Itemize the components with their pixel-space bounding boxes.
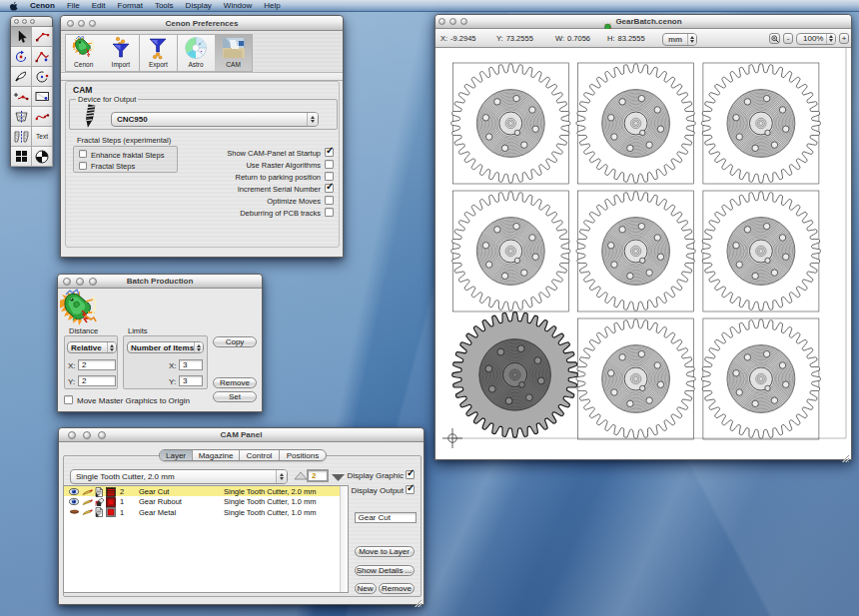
- arc-tool[interactable]: [32, 67, 53, 87]
- layer-row-gear-metal[interactable]: 1Gear MetalSingle Tooth Cutter, 1.0 mm: [64, 507, 348, 517]
- menu-app-cenon[interactable]: Cenon: [30, 1, 55, 10]
- close-icon[interactable]: [438, 18, 445, 25]
- zoom-icon[interactable]: [460, 18, 467, 25]
- prefs-option-checkbox-5[interactable]: [325, 208, 334, 217]
- line-tool[interactable]: [32, 27, 53, 47]
- layer-row-gear-cut[interactable]: 2Gear CutSingle Tooth Cutter, 2.0 mm: [64, 486, 348, 496]
- web-tool[interactable]: [11, 107, 32, 127]
- fractal-checkbox-1[interactable]: [79, 162, 87, 170]
- document-titlebar[interactable]: GearBatch.cenon: [435, 15, 851, 29]
- cam-panel-title: CAM Panel: [221, 430, 263, 439]
- prefs-toolbar-cam-button[interactable]: CAM: [215, 34, 253, 72]
- remove-layer-button[interactable]: Remove: [379, 583, 415, 594]
- tab-control[interactable]: Control: [239, 450, 279, 460]
- prefs-option-checkbox-1[interactable]: [325, 160, 334, 169]
- minimize-icon[interactable]: [78, 20, 85, 27]
- menu-item-edit[interactable]: Edit: [92, 1, 106, 10]
- apple-icon[interactable]: [9, 1, 18, 10]
- zoom-in-button[interactable]: +: [839, 33, 849, 44]
- zoom-tool-button[interactable]: [769, 33, 780, 44]
- cam-panel-titlebar[interactable]: CAM Panel: [59, 428, 424, 442]
- prefs-option-checkbox-3[interactable]: [325, 184, 334, 193]
- tool-palette-titlebar[interactable]: [11, 17, 52, 27]
- resize-grip-icon[interactable]: [841, 449, 850, 458]
- batch-titlebar[interactable]: Batch Production: [58, 275, 262, 289]
- knife-tool[interactable]: [11, 67, 32, 87]
- menu-item-file[interactable]: File: [67, 1, 80, 10]
- layer-list-scrollbar[interactable]: [340, 486, 348, 592]
- text-tool[interactable]: Text: [32, 127, 53, 147]
- minimize-icon[interactable]: [83, 431, 91, 439]
- unit-popup[interactable]: mm: [662, 33, 697, 46]
- menu-item-display[interactable]: Display: [186, 1, 212, 10]
- level-field[interactable]: 2: [307, 469, 329, 482]
- eye-closed-icon[interactable]: [69, 507, 80, 518]
- palette-minimize-icon[interactable]: [22, 19, 27, 24]
- curve-tool[interactable]: [32, 107, 53, 127]
- fractal-checkbox-0[interactable]: [79, 150, 87, 158]
- page-icon[interactable]: [95, 507, 103, 519]
- rectangle-tool[interactable]: [32, 87, 53, 107]
- prefs-option-checkbox-4[interactable]: [325, 196, 334, 205]
- move-to-layer-button[interactable]: Move to Layer: [355, 546, 415, 557]
- sinking-tool[interactable]: [11, 127, 32, 147]
- display-graphic-checkbox[interactable]: [406, 470, 415, 479]
- resize-grip-icon[interactable]: [414, 594, 423, 603]
- set-button[interactable]: Set: [213, 391, 257, 402]
- tool-popup[interactable]: Single Tooth Cutter, 2.0 mm: [70, 469, 288, 484]
- brush-icon[interactable]: [82, 507, 93, 518]
- layer-row-gear-rubout[interactable]: 1Gear RuboutSingle Tooth Cutter, 1.0 mm: [64, 496, 348, 506]
- level-up-icon[interactable]: [294, 471, 308, 480]
- prefs-toolbar-astro-button[interactable]: Astro: [178, 34, 216, 72]
- minimize-icon[interactable]: [76, 278, 84, 286]
- preferences-titlebar[interactable]: Cenon Preferences: [61, 16, 343, 31]
- zoom-popup[interactable]: 100%: [796, 33, 836, 46]
- palette-zoom-icon[interactable]: [30, 19, 35, 24]
- distance-mode-popup[interactable]: Relative: [67, 341, 117, 353]
- rotate-tool[interactable]: [11, 47, 32, 67]
- zoom-icon[interactable]: [98, 431, 106, 439]
- target-tool[interactable]: [32, 147, 53, 167]
- show-details-button[interactable]: Show Details ...: [355, 565, 415, 576]
- limits-y-field[interactable]: 3: [179, 375, 203, 387]
- prefs-toolbar-export-button[interactable]: Export: [140, 34, 178, 72]
- zoom-out-button[interactable]: -: [783, 33, 793, 44]
- limits-mode-popup[interactable]: Number of Items: [127, 341, 204, 353]
- menu-item-tools[interactable]: Tools: [155, 1, 174, 10]
- menu-item-format[interactable]: Format: [118, 1, 143, 10]
- zoom-icon[interactable]: [89, 20, 96, 27]
- prefs-toolbar-import-button[interactable]: Import: [102, 34, 140, 72]
- prefs-option-checkbox-0[interactable]: [325, 148, 334, 157]
- polyline-tool[interactable]: [32, 47, 53, 67]
- palette-close-icon[interactable]: [14, 19, 19, 24]
- mark-tool[interactable]: [11, 87, 32, 107]
- level-down-icon[interactable]: [331, 473, 346, 482]
- distance-y-field[interactable]: 2: [78, 375, 116, 387]
- minimize-icon[interactable]: [449, 18, 456, 25]
- prefs-option-checkbox-2[interactable]: [325, 172, 334, 181]
- distance-x-field[interactable]: 2: [78, 359, 116, 371]
- copy-button[interactable]: Copy: [213, 336, 257, 347]
- tab-magazine[interactable]: Magazine: [192, 450, 239, 460]
- tab-layer[interactable]: Layer: [160, 450, 192, 460]
- image-tool[interactable]: [11, 147, 32, 167]
- close-icon[interactable]: [68, 431, 76, 439]
- menu-item-window[interactable]: Window: [224, 1, 252, 10]
- zoom-icon[interactable]: [89, 278, 97, 286]
- limits-x-field[interactable]: 3: [179, 359, 203, 371]
- layer-name-field[interactable]: Gear Cut: [355, 512, 417, 523]
- display-output-checkbox[interactable]: [406, 485, 415, 494]
- new-button[interactable]: New: [355, 583, 377, 594]
- device-popup[interactable]: CNC950: [111, 112, 319, 127]
- menu-item-help[interactable]: Help: [264, 1, 280, 10]
- close-icon[interactable]: [67, 20, 74, 27]
- tab-positions[interactable]: Positions: [279, 450, 326, 460]
- unit-popup-stepper-icon: [687, 34, 696, 45]
- close-icon[interactable]: [63, 278, 71, 286]
- document-canvas[interactable]: [435, 48, 851, 455]
- select-arrow-tool[interactable]: [11, 27, 32, 47]
- remove-button[interactable]: Remove: [213, 377, 257, 388]
- move-master-checkbox[interactable]: [64, 395, 73, 404]
- prefs-toolbar-cenon-button[interactable]: Cenon: [65, 34, 103, 72]
- chip-dot-icon[interactable]: [106, 507, 116, 519]
